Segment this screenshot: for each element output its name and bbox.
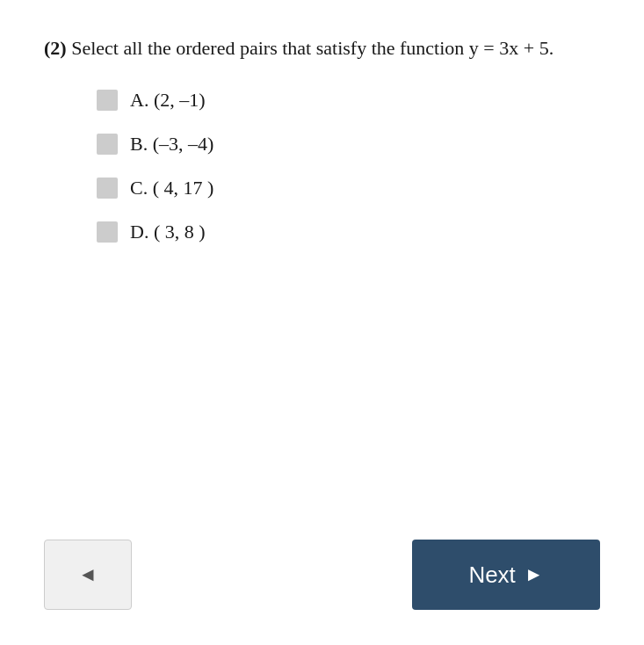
- back-arrow-icon: ◄: [78, 563, 98, 586]
- list-item[interactable]: D. ( 3, 8 ): [97, 221, 600, 243]
- main-content: (2) Select all the ordered pairs that sa…: [0, 0, 644, 522]
- next-button[interactable]: Next ►: [412, 540, 600, 610]
- list-item[interactable]: B. (–3, –4): [97, 133, 600, 156]
- question-body: Select all the ordered pairs that satisf…: [71, 37, 554, 59]
- bottom-bar: ◄ Next ►: [0, 522, 644, 645]
- option-checkbox-d[interactable]: [97, 221, 118, 243]
- options-list: A. (2, –1) B. (–3, –4) C. ( 4, 17 ) D. (…: [97, 89, 600, 243]
- option-checkbox-a[interactable]: [97, 90, 118, 111]
- option-checkbox-c[interactable]: [97, 178, 118, 199]
- next-label: Next: [468, 562, 515, 589]
- option-label-a[interactable]: A. (2, –1): [130, 89, 206, 112]
- list-item[interactable]: C. ( 4, 17 ): [97, 177, 600, 199]
- option-label-d[interactable]: D. ( 3, 8 ): [130, 221, 206, 243]
- option-label-c[interactable]: C. ( 4, 17 ): [130, 177, 213, 199]
- next-arrow-icon: ►: [525, 563, 544, 586]
- option-checkbox-b[interactable]: [97, 134, 118, 155]
- back-button[interactable]: ◄: [44, 540, 132, 610]
- list-item[interactable]: A. (2, –1): [97, 89, 600, 112]
- question-text: (2) Select all the ordered pairs that sa…: [44, 35, 600, 62]
- option-label-b[interactable]: B. (–3, –4): [130, 133, 213, 156]
- question-number: (2): [44, 37, 67, 59]
